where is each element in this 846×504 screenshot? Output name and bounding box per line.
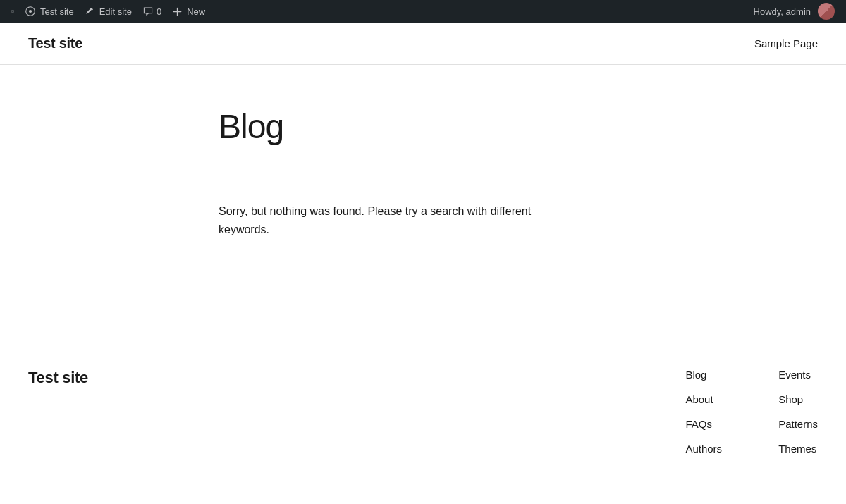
comments-count: 0 [157, 6, 161, 17]
wordpress-logo-button[interactable] [6, 4, 20, 18]
edit-site-button[interactable]: Edit site [80, 0, 137, 23]
footer-link[interactable]: Patterns [778, 418, 818, 430]
footer-link[interactable]: Authors [685, 443, 722, 455]
footer-nav-col-2: EventsShopPatternsThemes [778, 369, 818, 455]
not-found-message: Sorry, but nothing was found. Please try… [219, 202, 543, 238]
site-name-label: Test site [40, 6, 74, 17]
footer-link[interactable]: Shop [778, 393, 818, 405]
footer-nav: BlogAboutFAQsAuthors EventsShopPatternsT… [685, 369, 818, 455]
admin-avatar [818, 3, 835, 20]
site-nav: Sample Page [754, 37, 818, 50]
footer-link[interactable]: FAQs [685, 418, 722, 430]
page-title: Blog [219, 107, 818, 146]
howdy-label[interactable]: Howdy, admin [748, 0, 840, 23]
site-footer: Test site BlogAboutFAQsAuthors EventsSho… [0, 333, 846, 497]
comments-button[interactable]: 0 [137, 0, 167, 23]
admin-bar-right: Howdy, admin [748, 0, 840, 23]
svg-point-1 [29, 10, 32, 13]
footer-link[interactable]: About [685, 393, 722, 405]
footer-link[interactable]: Blog [685, 369, 722, 381]
main-content: Blog Sorry, but nothing was found. Pleas… [0, 65, 846, 333]
site-name-button[interactable]: Test site [20, 0, 80, 23]
admin-bar: Test site Edit site 0 New Howdy, admin [0, 0, 846, 23]
footer-link[interactable]: Events [778, 369, 818, 381]
new-label: New [187, 6, 205, 17]
footer-link[interactable]: Themes [778, 443, 818, 455]
new-button[interactable]: New [167, 0, 211, 23]
footer-nav-col-1: BlogAboutFAQsAuthors [685, 369, 722, 455]
site-title[interactable]: Test site [28, 35, 82, 51]
edit-site-label: Edit site [99, 6, 132, 17]
footer-site-title: Test site [28, 369, 169, 387]
site-header: Test site Sample Page [0, 23, 846, 65]
sample-page-link[interactable]: Sample Page [754, 37, 818, 49]
